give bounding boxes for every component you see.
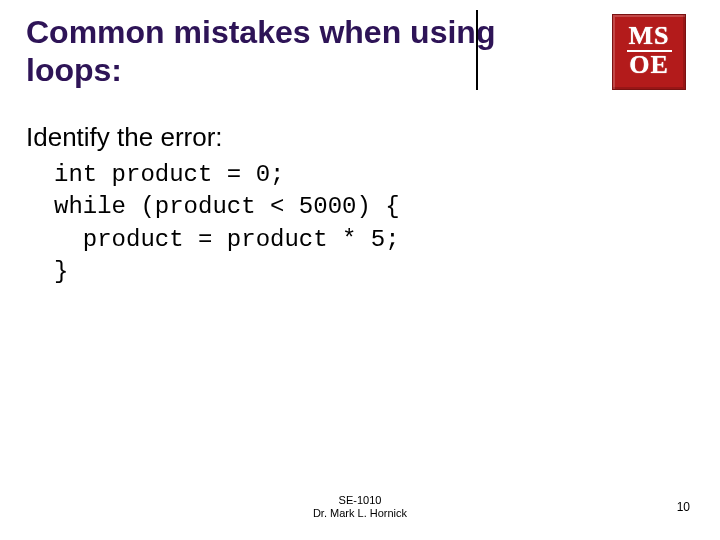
code-line: product = product * 5; — [54, 226, 400, 253]
body: Identify the error: int product = 0; whi… — [26, 122, 666, 289]
prompt-text: Identify the error: — [26, 122, 666, 153]
footer-author: Dr. Mark L. Hornick — [0, 507, 720, 520]
footer-course: SE-1010 — [0, 494, 720, 507]
title-wrap: Common mistakes when using loops: — [26, 14, 526, 90]
code-line: } — [54, 258, 68, 285]
page-number: 10 — [677, 500, 690, 514]
code-line: while (product < 5000) { — [54, 193, 400, 220]
slide-title: Common mistakes when using loops: — [26, 14, 526, 90]
code-line: int product = 0; — [54, 161, 284, 188]
footer: SE-1010 Dr. Mark L. Hornick — [0, 494, 720, 520]
slide: Common mistakes when using loops: MS OE … — [0, 0, 720, 540]
msoe-logo: MS OE — [612, 14, 686, 90]
logo-row2: OE — [627, 53, 672, 78]
title-divider — [476, 10, 478, 90]
logo-text: MS OE — [627, 24, 672, 77]
logo-row1: MS — [627, 24, 672, 52]
code-block: int product = 0; while (product < 5000) … — [54, 159, 666, 289]
